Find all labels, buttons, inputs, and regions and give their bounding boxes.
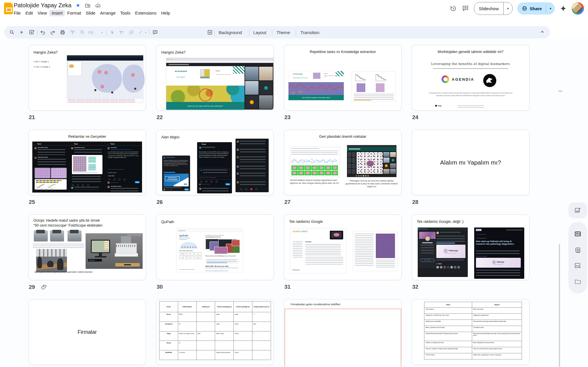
slide-thumbnail-28[interactable]: Alalım mı Yapalım mı? (412, 130, 529, 195)
slide-title: Geri plandaki önemli noktalar (284, 135, 401, 139)
theme-button[interactable]: Theme (277, 30, 290, 35)
menu-extensions[interactable]: Extensions (133, 10, 159, 16)
undo-icon[interactable] (40, 30, 45, 35)
slide-thumbnail-31[interactable]: Tek rakibimiz Google CAMELYON17 Overview… (284, 214, 402, 280)
account-avatar[interactable] (572, 2, 584, 15)
menu-view[interactable]: View (35, 10, 49, 16)
slide-thumbnail-23[interactable]: Repetitive tasks vs Knowledge extraction… (284, 45, 402, 111)
zoom-in-plus-icon[interactable]: + (20, 29, 23, 36)
folder-icon[interactable] (574, 278, 582, 285)
slide-title: Hangisi Zeka? (161, 50, 185, 54)
templates-icon[interactable] (574, 230, 582, 238)
slide-number: 30 (157, 284, 163, 290)
version-history-icon[interactable] (449, 5, 457, 12)
move-folder-icon[interactable] (85, 3, 91, 8)
slide-title: Alan bilgisi (161, 135, 179, 139)
redo-icon[interactable] (50, 30, 55, 35)
insert-placeholder-icon[interactable] (207, 30, 212, 35)
add-comment-icon[interactable] (153, 30, 158, 35)
share-button[interactable]: Share ▾ (517, 2, 555, 15)
paper-figure-image (352, 71, 396, 102)
gemini-sparkle-icon[interactable] (559, 5, 567, 12)
slide-thumbnail-30[interactable]: QuPath qupath.github.io QuPath Quantitat… (156, 214, 274, 280)
slideshow-button[interactable]: Slideshow ▾ (474, 2, 513, 15)
toolbar-divider (272, 29, 272, 35)
shape-icon[interactable] (129, 30, 134, 35)
slide-thumbnail-24[interactable]: Morfolojiden genetik tahmin edilebilir m… (412, 45, 529, 111)
slide-cell-32: Tek rakibimiz Google, değil :) View full… (412, 214, 529, 299)
zoom-icon[interactable] (80, 30, 85, 35)
slide-thumbnail-34[interactable]: FirmaOdak NoktasıValidasyonVerinin tutul… (156, 299, 274, 365)
vendor-comparison-table: FirmaOdak NoktasıValidasyonVerinin tutul… (159, 301, 271, 360)
slide-thumbnail-25[interactable]: Reklamlar ve Gerçekler Tweet Jakob Nikol… (28, 130, 146, 195)
slide-cell-28: Alalım mı Yapalım mı? 28 (412, 130, 529, 214)
comments-icon[interactable] (462, 5, 469, 12)
slide-thumbnail-21[interactable]: Hangisi Zeka? <%3 ⇒ Grade 1 >=%3 ⇒ Grade… (28, 45, 146, 111)
patholyt-news-page: Patholyt ← Back to news overview Tue 21 … (474, 227, 524, 279)
vertical-scrollbar[interactable] (559, 244, 560, 367)
search-menus-icon[interactable] (9, 30, 15, 35)
photos-icon[interactable] (574, 246, 582, 254)
redacted-content-box (285, 309, 401, 367)
table-row: PaigePACS, AI, prostat, memeFDAAWS, Clou… (160, 331, 271, 341)
slide-thumbnail-35[interactable]: Firmalardan gelen ücretlendirme teklifle… (284, 299, 402, 365)
text-box-icon[interactable]: TT (119, 30, 124, 35)
qupath-website-screenshot: qupath.github.io QuPath Quantitative Pat… (176, 228, 243, 272)
menu-slide[interactable]: Slide (83, 10, 98, 16)
print-icon[interactable] (60, 30, 65, 35)
agendia-icon (442, 75, 449, 83)
menu-insert[interactable]: Insert (49, 10, 65, 16)
table-cell (196, 350, 215, 360)
cloud-saved-icon[interactable] (95, 3, 101, 8)
tweet-collage: Tweet Jakob Nikolas Kather Jakob Nikolas… (32, 142, 142, 193)
share-dropdown[interactable]: ▾ (546, 5, 555, 12)
slide-thumbnail-36[interactable]: AlalımYapalımHazır yapılmışEmek, ekip is… (412, 299, 529, 365)
table-cell: Lokal (215, 322, 234, 331)
table-cell: Evet (252, 322, 271, 331)
table-cell: Lokal (215, 312, 234, 322)
menu-edit[interactable]: Edit (23, 10, 35, 16)
paint-format-icon[interactable] (70, 30, 75, 35)
table-header: Odak Noktası (178, 301, 196, 312)
table-row: VisiopharmAILokalCloudEvet (160, 322, 271, 331)
select-cursor-icon[interactable] (110, 30, 115, 35)
slide-thumbnail-22[interactable]: Hangisi Zeka? AI-Assisted Hot Spot Outpu… (156, 45, 274, 111)
document-title[interactable]: Patolojide Yapay Zeka (14, 2, 71, 9)
slide-thumbnail-32[interactable]: Tek rakibimiz Google, değil :) View full… (412, 214, 529, 280)
line-dropdown-caret[interactable]: ▾ (144, 31, 146, 34)
toolbar-divider (107, 29, 107, 35)
slide-thumbnail-26[interactable]: Alan bilgisi Introducing #PaigeProstate,… (156, 130, 274, 195)
table-cell: Firmalar Memorial üzerinden TR pazarına … (424, 332, 472, 341)
new-slide-icon[interactable] (29, 30, 35, 35)
slide-title: Reklamlar ve Gerçekler (29, 135, 146, 139)
image-sparkle-icon (574, 207, 581, 214)
metastasis-slide-image: AI-Assisted Metastasis Detection Output:… (288, 71, 344, 100)
create-image-button[interactable] (568, 202, 587, 218)
table-cell: Bakım, güncelleme işleri firmada (424, 326, 472, 332)
image-search-icon[interactable] (574, 262, 582, 269)
fit-zoom-select[interactable]: Fit (88, 30, 93, 35)
table-cell: Hastaya ücret yansıtılabilir (424, 320, 472, 326)
slide-thumbnail-29[interactable]: Octopi: Hedefe matuf sadre şifa bir örne… (28, 214, 146, 280)
transition-button[interactable]: Transition (300, 30, 319, 35)
slide-thumbnail-27[interactable]: Geri plandaki önemli noktalar Görüntü ka… (284, 130, 402, 195)
menu-tools[interactable]: Tools (118, 10, 133, 16)
line-tool-icon[interactable] (138, 30, 143, 35)
layout-button[interactable]: Layout (253, 30, 266, 35)
slide-thumbnail-33[interactable]: Firmalar (28, 299, 146, 365)
globe-icon (522, 6, 527, 11)
table-row: Hazır yapılmışEmek, ekip istiyor (424, 308, 522, 314)
menu-arrange[interactable]: Arrange (98, 10, 118, 16)
slide-number: 27 (284, 199, 291, 205)
background-button[interactable]: Background (219, 30, 242, 35)
left-caption: Görüntü kalitesini düzenli inceleyen alg… (290, 179, 344, 185)
menu-file[interactable]: File (11, 10, 23, 16)
slideshow-dropdown[interactable]: ▾ (503, 2, 512, 15)
table-cell: Alan yeni, firmaların ne kadar devam ede… (424, 347, 472, 353)
table-cell: MindPeak (160, 350, 178, 360)
star-icon[interactable]: ★ (76, 2, 80, 8)
menu-format[interactable]: Format (65, 10, 84, 16)
fit-dropdown-caret[interactable]: ▾ (100, 31, 103, 34)
hide-menus-chevron[interactable] (540, 29, 545, 35)
menu-help[interactable]: Help (159, 10, 172, 16)
